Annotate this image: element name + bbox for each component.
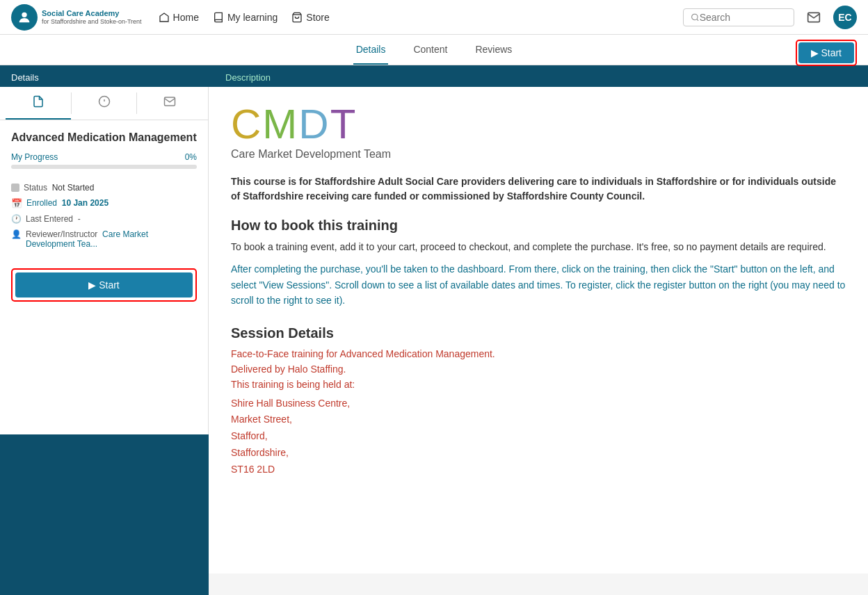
logo-text: Social Care Academy: [42, 9, 142, 18]
tab-content[interactable]: Content: [410, 35, 450, 65]
cmdt-m: M: [262, 101, 298, 147]
home-link[interactable]: Home: [159, 12, 199, 23]
description-box: CMDT Care Market Development Team This c…: [209, 87, 868, 573]
my-learning-link[interactable]: My learning: [213, 12, 278, 23]
enrolled-value: 10 Jan 2025: [62, 198, 108, 208]
enrolled-item: 📅 Enrolled 10 Jan 2025: [11, 198, 197, 209]
cmdt-subtitle: Care Market Development Team: [231, 148, 846, 161]
avatar[interactable]: EC: [833, 6, 857, 29]
navbar-right: EC: [683, 6, 857, 29]
tab-details[interactable]: Details: [353, 35, 389, 65]
mail-icon[interactable]: [803, 6, 825, 28]
start-button-top[interactable]: ▶ Start: [798, 42, 854, 63]
calendar-icon: 📅: [11, 198, 22, 209]
cmdt-t: T: [330, 101, 357, 147]
how-to-book-p2: After completing the purchase, you'll be…: [231, 261, 846, 308]
search-input[interactable]: [700, 12, 787, 23]
start-button-top-border: ▶ Start: [796, 40, 857, 66]
sidebar-tab-info[interactable]: [72, 87, 137, 120]
session-line1: Face-to-Face training for Advanced Medic…: [231, 348, 846, 359]
cmdt-d: D: [298, 101, 330, 147]
sidebar-content: Advanced Medication Management My Progre…: [0, 87, 209, 434]
sidebar-tabs: [0, 87, 208, 120]
logo-subtext: for Staffordshire and Stoke-on-Trent: [42, 18, 142, 25]
info-list: Status Not Started 📅 Enrolled 10 Jan 202…: [0, 177, 208, 260]
person-icon: 👤: [11, 229, 22, 239]
cmdt-c: C: [231, 101, 262, 147]
sidebar-tab-details[interactable]: [6, 87, 71, 120]
main-content: Description CMDT Care Market Development…: [209, 65, 868, 595]
address-block: Shire Hall Business Centre, Market Stree…: [231, 396, 846, 478]
enrolled-label: Enrolled: [26, 198, 57, 208]
envelope-icon: [163, 95, 176, 108]
search-box[interactable]: [683, 8, 794, 26]
search-icon: [691, 13, 700, 22]
last-entered-value: -: [78, 214, 81, 224]
how-to-book-title: How to book this training: [231, 218, 846, 234]
course-title: Advanced Medication Management: [0, 120, 208, 149]
brand-logo: Social Care Academy for Staffordshire an…: [11, 4, 142, 31]
session-details-title: Session Details: [231, 325, 846, 341]
svg-point-0: [22, 12, 26, 17]
content-header: Description: [209, 65, 868, 87]
status-dot: [11, 184, 19, 192]
how-to-book-p1: To book a training event, add it to your…: [231, 239, 846, 254]
address-line4: Staffordshire,: [231, 445, 846, 462]
sidebar-tab-mail[interactable]: [137, 87, 202, 120]
address-line1: Shire Hall Business Centre,: [231, 396, 846, 412]
sidebar: Details Advanced Medication Management: [0, 65, 209, 595]
progress-bar: [11, 165, 197, 169]
store-link[interactable]: Store: [291, 12, 329, 23]
sidebar-header: Details: [0, 65, 209, 87]
session-line3: This training is being held at:: [231, 379, 846, 390]
start-button-sidebar[interactable]: ▶ Start: [15, 272, 193, 298]
address-line3: Stafford,: [231, 428, 846, 445]
tabs-bar: Details Content Reviews ▶ Start: [0, 35, 868, 65]
address-line2: Market Street,: [231, 411, 846, 428]
logo-icon: [11, 4, 38, 31]
last-entered-label: Last Entered: [26, 214, 73, 224]
start-button-sidebar-wrapper: ▶ Start: [11, 268, 197, 302]
status-value: Not Started: [52, 183, 95, 193]
tabs: Details Content Reviews: [353, 35, 515, 65]
nav-links: Home My learning Store: [159, 12, 330, 23]
document-icon: [32, 95, 45, 108]
description-intro: This course is for Staffordshire Adult S…: [231, 174, 846, 204]
progress-section: My Progress 0%: [0, 149, 208, 177]
start-button-top-wrapper: ▶ Start: [796, 40, 857, 66]
reviewer-item: 👤 Reviewer/Instructor Care Market Develo…: [11, 229, 197, 249]
clock-icon: 🕐: [11, 214, 22, 224]
tab-reviews[interactable]: Reviews: [472, 35, 515, 65]
svg-point-2: [692, 14, 698, 19]
progress-label: My Progress 0%: [11, 152, 197, 162]
reviewer-label: Reviewer/Instructor: [26, 229, 97, 239]
session-line2: Delivered by Halo Staffing.: [231, 364, 846, 375]
main-layout: Details Advanced Medication Management: [0, 65, 868, 595]
cmdt-logo: CMDT Care Market Development Team: [231, 104, 846, 161]
cmdt-letters: CMDT: [231, 104, 846, 145]
navbar: Social Care Academy for Staffordshire an…: [0, 0, 868, 35]
last-entered-item: 🕐 Last Entered -: [11, 214, 197, 224]
address-line5: ST16 2LD: [231, 462, 846, 478]
info-icon: [98, 95, 111, 108]
status-item: Status Not Started: [11, 183, 197, 193]
status-label: Status Not Started: [24, 183, 94, 193]
